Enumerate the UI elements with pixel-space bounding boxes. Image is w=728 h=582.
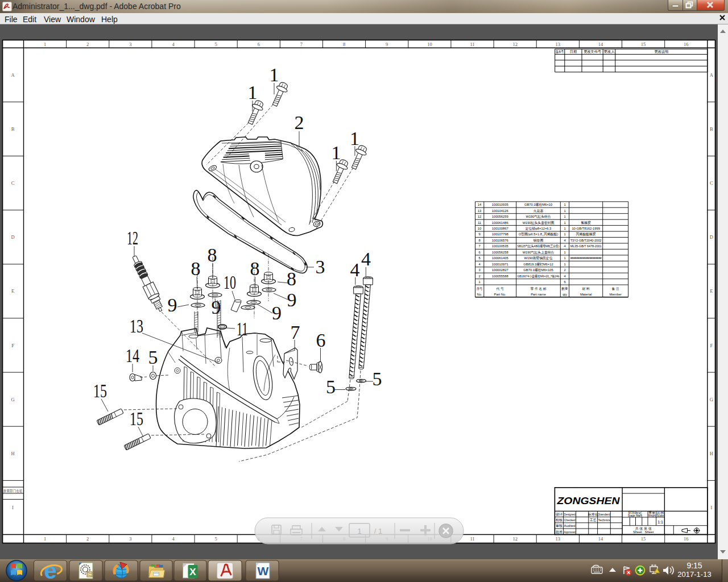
svg-text:Standard: Standard [598,513,610,516]
svg-text:100061486: 100061486 [492,221,508,225]
svg-text:11: 11 [470,41,474,47]
svg-text:火花塞: 火花塞 [533,209,544,213]
svg-text:13: 13 [556,536,561,542]
svg-text:9: 9 [478,232,480,236]
svg-text:B: B [710,126,713,132]
svg-text:C: C [11,180,15,186]
svg-text:15: 15 [130,408,143,429]
svg-text:9: 9 [386,41,388,47]
svg-text:1: 1 [270,64,279,85]
svg-text:校核: 校核 [555,518,562,522]
svg-text:7: 7 [291,322,300,343]
svg-text:14: 14 [478,203,482,206]
svg-text:G: G [11,397,14,402]
svg-text:1:1: 1:1 [657,520,663,524]
svg-text:SB125气缸头AB柱螺母M8(三台份): SB125气缸头AB柱螺母M8(三台份) [518,244,560,248]
svg-text:W: W [258,564,269,577]
svg-text:1: 1 [564,221,565,225]
svg-text:10: 10 [427,41,432,47]
svg-text:X: X [189,567,196,577]
svg-text:qty: qty [562,293,567,296]
svg-text:8: 8 [208,244,217,265]
svg-text:3: 3 [129,536,131,542]
svg-text:H: H [710,451,713,456]
svg-text:Stage Mark: Stage Mark [628,514,643,517]
svg-text:W190摇臂轴面定位: W190摇臂轴面定位 [524,256,553,260]
svg-text:9: 9 [287,289,297,310]
svg-text:ML35-GB/T 6478-2001: ML35-GB/T 6478-2001 [570,244,602,248]
svg-text:12: 12 [512,536,518,542]
svg-text:14: 14 [598,41,603,47]
svg-text:12: 12 [127,227,138,248]
svg-text:5: 5 [478,256,480,260]
svg-text:6: 6 [258,41,260,47]
svg-text:8: 8 [250,258,260,279]
svg-text:1: 1 [248,82,258,103]
svg-text:14: 14 [126,345,139,366]
svg-text:备 注: 备 注 [612,287,619,291]
svg-text:代 号: 代 号 [496,287,504,290]
svg-text:工艺: 工艺 [590,518,597,522]
svg-text:No.: No. [477,293,482,296]
svg-text:11: 11 [237,318,248,339]
svg-text:Weight: Weight [648,514,656,517]
svg-text:1: 1 [564,263,565,266]
svg-text:I: I [710,505,712,510]
svg-text:Audited: Audited [564,524,576,527]
svg-text:10: 10 [224,272,236,293]
svg-text:Designed: Designed [564,513,576,516]
svg-text:5: 5 [373,368,382,389]
svg-text:8: 8 [191,258,201,279]
svg-text:16: 16 [684,41,689,47]
svg-text:I: I [12,505,14,510]
svg-text:F: F [710,343,713,348]
svg-text:12: 12 [512,41,518,47]
svg-text:#####################: ##################### [570,256,602,260]
svg-text:5: 5 [326,376,336,397]
svg-text:100055588: 100055588 [492,275,508,278]
svg-text:更改文件号: 更改文件号 [584,49,601,53]
svg-text:11: 11 [478,221,481,225]
svg-text:100010971: 100010971 [492,263,508,266]
svg-text:ZONGSHEN: ZONGSHEN [556,496,620,506]
svg-text:GB16674小盘螺栓M6×20_7板24b: GB16674小盘螺栓M6×20_7板24b [518,274,560,278]
svg-text:10: 10 [478,227,481,230]
svg-text:7: 7 [478,244,480,248]
svg-text:5: 5 [148,347,158,368]
svg-text:16: 16 [684,536,689,542]
svg-text:5: 5 [214,536,217,542]
svg-text:6: 6 [316,330,326,351]
svg-text:D: D [710,234,713,240]
svg-text:标准化: 标准化 [588,513,598,517]
svg-text:设计: 设计 [556,512,562,516]
svg-text:13: 13 [130,315,143,336]
svg-text:15: 15 [641,41,646,47]
svg-text:1: 1 [564,256,565,260]
svg-text:G: G [710,397,713,402]
svg-text:日期: 日期 [570,49,577,54]
svg-text:100002827: 100002827 [492,268,508,272]
svg-text:15: 15 [641,536,646,542]
svg-text:8: 8 [343,41,345,47]
svg-text:13: 13 [556,41,561,47]
svg-text:序号: 序号 [477,287,483,290]
svg-text:E: E [710,288,713,294]
svg-text:Part name: Part name [531,293,546,296]
svg-text:e: e [44,559,56,582]
svg-text:W190缸头头盖密封圈: W190缸头头盖密封圈 [523,221,555,225]
svg-text:更改说明: 更改说明 [654,49,668,54]
svg-text:100056258: 100056258 [492,251,508,254]
svg-text:1: 1 [564,227,565,230]
svg-text:9: 9 [168,294,177,315]
svg-text:1: 1 [564,251,565,254]
svg-text:Part No.: Part No. [494,293,507,296]
svg-text:B: B [11,126,15,132]
svg-text:Sheet Sheet: Sheet Sheet [633,530,654,534]
svg-text:100100867: 100100867 [492,227,508,230]
svg-text:12: 12 [478,215,481,218]
svg-text:100107798: 100107798 [492,232,508,236]
svg-text:1: 1 [478,280,480,284]
svg-text:2: 2 [295,112,304,133]
svg-text:材 料: 材 料 [582,287,590,291]
svg-text:Material: Material [580,293,592,296]
